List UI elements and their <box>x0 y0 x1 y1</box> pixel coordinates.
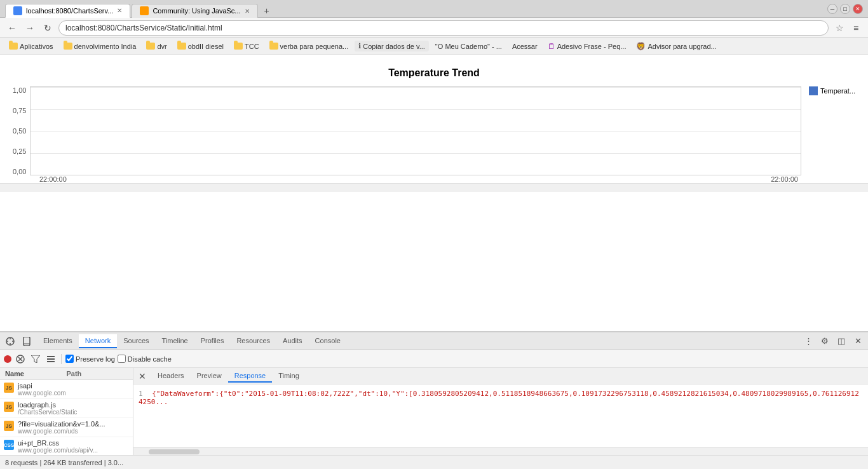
close-devtools-button[interactable]: ✕ <box>850 334 865 349</box>
inspect-element-button[interactable] <box>3 334 18 349</box>
bookmark-aplicativos[interactable]: Aplicativos <box>5 41 57 51</box>
chart-area: 1,00 0,75 0,50 0,25 0,00 Temperat... <box>13 86 855 175</box>
css-icon: CSS <box>4 440 14 450</box>
bookmark-advisor[interactable]: 🦁 Advisor para upgrad... <box>632 41 720 52</box>
tab-sources[interactable]: Sources <box>117 334 155 348</box>
network-content: Name Path JS jsapi www.google.com JS loa… <box>0 368 868 455</box>
detail-content: 1 {"DataWaveform":{"t0":"2015-01-09T11:0… <box>133 384 868 447</box>
item-name-ui-css: ui+pt_BR.css <box>18 439 129 447</box>
grid-line-1 <box>31 87 801 88</box>
record-button[interactable] <box>4 355 11 363</box>
bookmark-label: Advisor para upgrad... <box>648 43 716 50</box>
disable-cache-checkbox[interactable] <box>118 355 126 363</box>
line-number-1: 1 <box>139 390 143 398</box>
network-list-header: Name Path <box>0 368 133 380</box>
network-item-loadgraph[interactable]: JS loadgraph.js /ChartsService/Static <box>0 399 133 418</box>
settings-button[interactable]: ⚙ <box>817 334 832 349</box>
js-icon: JS <box>4 383 14 393</box>
network-item-visualization[interactable]: JS ?file=visualization&v=1.0&... www.goo… <box>0 418 133 437</box>
devtools-icons-right: ⋮ ⚙ ◫ ✕ <box>801 334 865 349</box>
disable-cache-label[interactable]: Disable cache <box>118 355 172 363</box>
filter-button[interactable] <box>29 353 42 365</box>
tab-console[interactable]: Console <box>309 334 347 348</box>
new-tab-button[interactable]: + <box>259 4 275 18</box>
reload-button[interactable]: ↻ <box>41 21 55 35</box>
grid-line-4 <box>31 153 801 154</box>
detail-tab-timing[interactable]: Timing <box>272 370 306 383</box>
response-json-content: {"DataWaveform":{"t0":"2015-01-09T11:08:… <box>139 390 859 406</box>
bookmark-obdii[interactable]: obdII diesel <box>173 41 227 51</box>
bookmark-tcc[interactable]: TCC <box>230 41 263 51</box>
bookmark-star-icon[interactable]: ☆ <box>832 21 846 35</box>
network-item-ui-css[interactable]: CSS ui+pt_BR.css www.google.com/uds/api/… <box>0 437 133 455</box>
bookmark-acessar[interactable]: Acessar <box>508 41 541 51</box>
forward-button[interactable]: → <box>23 21 37 35</box>
tab-close-2[interactable]: ✕ <box>245 8 250 15</box>
tab-profiles[interactable]: Profiles <box>194 334 231 348</box>
y-label-3: 0,50 <box>13 127 26 135</box>
tab-active[interactable]: localhost:8080/ChartsServ... ✕ <box>5 4 130 18</box>
tab-close-1[interactable]: ✕ <box>117 7 122 14</box>
clear-button[interactable] <box>14 353 27 365</box>
close-button[interactable]: ✕ <box>853 4 863 14</box>
detail-tab-preview[interactable]: Preview <box>191 370 228 383</box>
customize-devtools-button[interactable]: ⋮ <box>801 334 816 349</box>
address-icons: ☆ ≡ <box>832 21 863 35</box>
tab-network[interactable]: Network <box>79 334 117 348</box>
view-mode-button[interactable] <box>44 353 57 365</box>
bookmark-verba[interactable]: verba para pequena... <box>266 41 353 51</box>
item-name-loadgraph: loadgraph.js <box>18 401 129 409</box>
preserve-log-label[interactable]: Preserve log <box>65 355 115 363</box>
bookmark-caderno[interactable]: "O Meu Caderno" - ... <box>431 41 506 51</box>
network-list: Name Path JS jsapi www.google.com JS loa… <box>0 368 133 455</box>
bookmark-label: TCC <box>245 43 259 50</box>
detail-tab-response[interactable]: Response <box>228 370 273 383</box>
bookmark-label: verba para pequena... <box>280 43 349 50</box>
network-item-jsapi[interactable]: JS jsapi www.google.com <box>0 380 133 399</box>
js-icon: JS <box>4 421 14 431</box>
response-row-1: 1 {"DataWaveform":{"t0":"2015-01-09T11:0… <box>139 390 863 406</box>
horizontal-scrollbar[interactable] <box>0 183 868 192</box>
devtools-panel: Elements Network Sources Timeline Profil… <box>0 331 868 455</box>
page-area: Temperature Trend 1,00 0,75 0,50 0,25 0,… <box>0 55 868 331</box>
tab-audits[interactable]: Audits <box>276 334 309 348</box>
bookmark-denv[interactable]: denvolvimento India <box>60 41 140 51</box>
tab-2[interactable]: Community: Using JavaSc... ✕ <box>132 4 257 18</box>
scrollbar-thumb[interactable] <box>149 449 200 454</box>
x-axis-labels: 22:00:00 22:00:00 <box>13 175 855 183</box>
bookmark-label: Copiar dados de v... <box>363 43 425 50</box>
detail-tab-headers[interactable]: Headers <box>151 370 191 383</box>
item-path-loadgraph: /ChartsService/Static <box>18 409 129 416</box>
back-button[interactable]: ← <box>5 21 19 35</box>
chart-legend: Temperat... <box>801 86 855 175</box>
minimize-button[interactable]: ─ <box>827 4 837 14</box>
device-mode-button[interactable] <box>19 334 34 349</box>
browser-titlebar: localhost:8080/ChartsServ... ✕ Community… <box>0 0 868 18</box>
status-bar: 8 requests | 264 KB transferred | 3.0... <box>0 455 868 469</box>
y-label-4: 0,25 <box>13 147 26 155</box>
maximize-button[interactable]: □ <box>840 4 850 14</box>
detail-horizontal-scrollbar[interactable] <box>133 447 868 455</box>
window-controls: ─ □ ✕ <box>827 4 863 14</box>
preserve-log-checkbox[interactable] <box>65 355 74 363</box>
bookmark-dvr[interactable]: dvr <box>142 41 170 51</box>
bookmark-copiar[interactable]: ℹ Copiar dados de v... <box>355 41 429 51</box>
folder-icon <box>146 43 155 50</box>
folder-icon <box>269 43 278 50</box>
bookmark-label: "O Meu Caderno" - ... <box>435 43 502 50</box>
tab-favicon-2 <box>140 6 149 15</box>
menu-icon[interactable]: ≡ <box>849 21 863 35</box>
item-path-ui-css: www.google.com/uds/api/v... <box>18 447 129 454</box>
status-text: 8 requests | 264 KB transferred | 3.0... <box>5 459 123 466</box>
dock-button[interactable]: ◫ <box>834 334 849 349</box>
tab-elements[interactable]: Elements <box>37 334 79 348</box>
tab-resources[interactable]: Resources <box>230 334 276 348</box>
detail-close-button[interactable]: ✕ <box>136 370 149 383</box>
tab-timeline[interactable]: Timeline <box>156 334 194 348</box>
tab-favicon-1 <box>13 6 22 15</box>
tab-label-1: localhost:8080/ChartsServ... <box>26 7 113 15</box>
url-input[interactable] <box>58 20 829 36</box>
item-name-jsapi: jsapi <box>18 382 129 390</box>
bookmark-adesivo[interactable]: 🗒 Adesivo Frase - Peq... <box>544 41 630 52</box>
bookmark-label: dvr <box>157 43 166 50</box>
